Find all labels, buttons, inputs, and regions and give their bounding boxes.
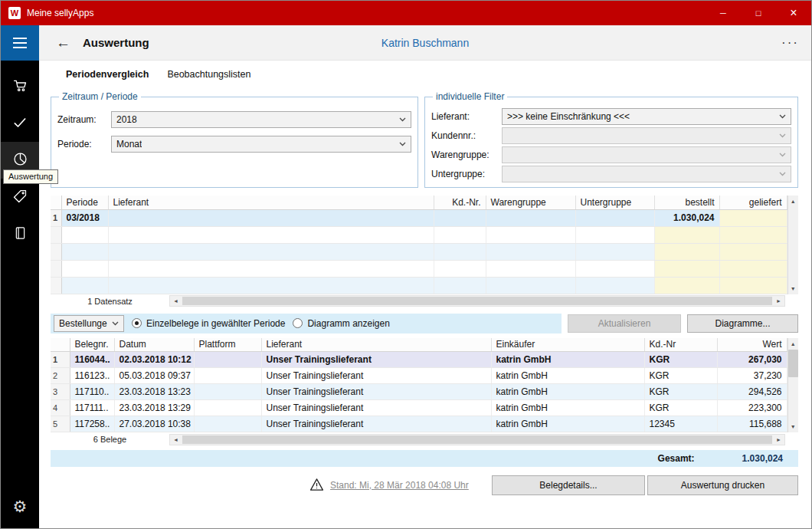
table-row[interactable]: 5 117258.. 27.03.2018 10:38 Unser Traini… xyxy=(51,416,787,432)
chevron-down-icon xyxy=(779,133,786,138)
horizontal-scrollbar[interactable]: ◄ ► xyxy=(169,295,785,307)
col-belegnr[interactable]: Belegnr. xyxy=(70,338,114,352)
sidebar-item-tags[interactable] xyxy=(1,179,39,215)
titlebar: W Meine sellyApps ─ □ × xyxy=(1,1,811,25)
col-kdnr[interactable]: Kd.-Nr xyxy=(644,338,717,352)
col-periode[interactable]: Periode xyxy=(61,196,108,209)
app-window: W Meine sellyApps ─ □ × xyxy=(0,0,812,529)
cell-kdnr xyxy=(434,209,486,226)
period-filter-group: Zeitraum / Periode Zeitraum: 2018 Period… xyxy=(51,91,418,188)
tab-periodenvergleich[interactable]: Periodenvergleich xyxy=(66,69,149,80)
vertical-scrollbar[interactable]: ▲ ▼ xyxy=(787,196,799,294)
gesamt-label: Gesamt: xyxy=(658,453,695,464)
menu-button[interactable] xyxy=(1,25,39,61)
detail-controls: Bestellungen Einzelbelege in gewählter P… xyxy=(51,314,798,334)
scroll-right-icon[interactable]: ► xyxy=(773,437,784,442)
table-row[interactable] xyxy=(51,226,787,243)
warengruppe-label: Warengruppe: xyxy=(431,150,502,160)
scroll-up-icon[interactable]: ▲ xyxy=(788,338,799,350)
stand-link[interactable]: Stand: Mi, 28 Mär 2018 04:08 Uhr xyxy=(309,478,469,494)
col-datum[interactable]: Datum xyxy=(114,338,194,352)
belegdetails-button[interactable]: Belegdetails... xyxy=(492,475,645,495)
period-group-legend: Zeitraum / Periode xyxy=(59,91,141,102)
row-indicator: 1 xyxy=(51,352,70,368)
controls-band: Bestellungen Einzelbelege in gewählter P… xyxy=(51,314,562,334)
detail-table: Belegnr. Datum Plattform Lieferant Einkä… xyxy=(51,338,787,433)
table-row[interactable] xyxy=(51,277,787,294)
col-geliefert[interactable]: geliefert xyxy=(719,196,787,209)
col-untergruppe[interactable]: Untergruppe xyxy=(575,196,654,209)
mode-select[interactable]: Bestellungen xyxy=(54,315,124,332)
lieferant-select[interactable]: >>> keine Einschränkung <<< xyxy=(502,108,791,125)
scrollbar-thumb[interactable] xyxy=(788,350,798,377)
warning-icon xyxy=(309,478,324,494)
radio-einzelbelege[interactable]: Einzelbelege in gewählter Periode xyxy=(132,318,285,329)
auswertung-drucken-button[interactable]: Auswertung drucken xyxy=(647,475,798,495)
chevron-down-icon xyxy=(399,117,406,122)
table-row[interactable]: 1 03/2018 1.030,024 xyxy=(51,209,787,226)
minimize-button[interactable]: ─ xyxy=(706,1,741,25)
more-menu-button[interactable]: ··· xyxy=(781,35,799,51)
zeitraum-label: Zeitraum: xyxy=(57,114,111,125)
zeitraum-select[interactable]: 2018 xyxy=(111,111,411,128)
detail-grid: Belegnr. Datum Plattform Lieferant Einkä… xyxy=(51,338,798,446)
row-indicator: 3 xyxy=(51,384,70,400)
table-row[interactable]: 1 116044.. 02.03.2018 10:12 Unser Traini… xyxy=(51,352,787,368)
zeitraum-row: Zeitraum: 2018 xyxy=(57,111,411,128)
periode-select[interactable]: Monat xyxy=(111,136,411,153)
col-plattform[interactable]: Plattform xyxy=(194,338,261,352)
scroll-down-icon[interactable]: ▼ xyxy=(788,421,799,432)
col-wert[interactable]: Wert xyxy=(717,338,787,352)
back-button[interactable]: ← xyxy=(56,35,70,50)
sidebar-item-cart[interactable] xyxy=(1,68,39,105)
record-count: 1 Datensatz xyxy=(51,297,169,306)
col-einkaeufer[interactable]: Einkäufer xyxy=(491,338,644,352)
horizontal-scrollbar[interactable]: ◄ ► xyxy=(169,434,785,445)
lieferant-value: >>> keine Einschränkung <<< xyxy=(507,111,630,122)
table-row[interactable] xyxy=(51,243,787,260)
table-row[interactable]: 2 116123.. 05.03.2018 09:37 Unser Traini… xyxy=(51,368,787,384)
period-table: Periode Lieferant Kd.-Nr. Warengruppe Un… xyxy=(51,196,787,294)
scroll-down-icon[interactable]: ▼ xyxy=(788,283,799,294)
page-header: ← Auswertung Katrin Buschmann ··· xyxy=(39,25,811,61)
radio-diagramm-label: Diagramm anzeigen xyxy=(307,318,389,329)
close-button[interactable]: × xyxy=(776,1,811,25)
scroll-up-icon[interactable]: ▲ xyxy=(788,196,799,207)
maximize-button[interactable]: □ xyxy=(741,1,776,25)
radio-einzelbelege-label: Einzelbelege in gewählter Periode xyxy=(146,318,285,329)
table-row[interactable] xyxy=(51,260,787,277)
table-row[interactable]: 4 117111.. 23.03.2018 13:29 Unser Traini… xyxy=(51,400,787,416)
sidebar-item-journal[interactable] xyxy=(1,215,39,252)
radio-diagramm[interactable]: Diagramm anzeigen xyxy=(293,318,389,329)
app-body: Auswertung ⚙ ← Auswertung Katrin Buschma… xyxy=(1,25,811,528)
kundennr-label: Kundennr.: xyxy=(431,130,502,141)
col-warengruppe[interactable]: Warengruppe xyxy=(486,196,575,209)
filters: Zeitraum / Periode Zeitraum: 2018 Period… xyxy=(39,88,811,194)
sidebar-item-settings[interactable]: ⚙ xyxy=(1,490,39,524)
scrollbar-thumb[interactable] xyxy=(182,435,772,444)
col-lieferant[interactable]: Lieferant xyxy=(261,338,491,352)
chevron-down-icon xyxy=(779,172,786,176)
period-grid: Periode Lieferant Kd.-Nr. Warengruppe Un… xyxy=(51,196,798,307)
cell-lieferant xyxy=(108,209,434,226)
row-indicator-header xyxy=(51,338,70,352)
col-bestellt[interactable]: bestellt xyxy=(654,196,719,209)
table-row[interactable]: 3 117110.. 23.03.2018 13:23 Unser Traini… xyxy=(51,384,787,400)
col-lieferant[interactable]: Lieferant xyxy=(108,196,434,209)
diagramme-button[interactable]: Diagramme... xyxy=(687,314,798,333)
scroll-left-icon[interactable]: ◄ xyxy=(170,298,182,304)
scrollbar-thumb[interactable] xyxy=(182,297,772,305)
col-kdnr[interactable]: Kd.-Nr. xyxy=(434,196,486,209)
untergruppe-label: Untergruppe: xyxy=(431,169,502,179)
sidebar-item-tasks[interactable] xyxy=(1,105,39,142)
tab-beobachtungslisten[interactable]: Beobachtungslisten xyxy=(167,69,250,80)
pie-chart-icon xyxy=(12,151,28,169)
scroll-left-icon[interactable]: ◄ xyxy=(170,437,182,442)
record-count: 6 Belege xyxy=(51,435,169,444)
scroll-right-icon[interactable]: ► xyxy=(773,298,784,304)
window-controls: ─ □ × xyxy=(706,1,811,25)
vertical-scrollbar[interactable]: ▲ ▼ xyxy=(787,338,799,433)
radio-selected-icon xyxy=(132,318,142,328)
tooltip: Auswertung xyxy=(3,169,58,184)
app-logo-icon: W xyxy=(8,7,21,19)
